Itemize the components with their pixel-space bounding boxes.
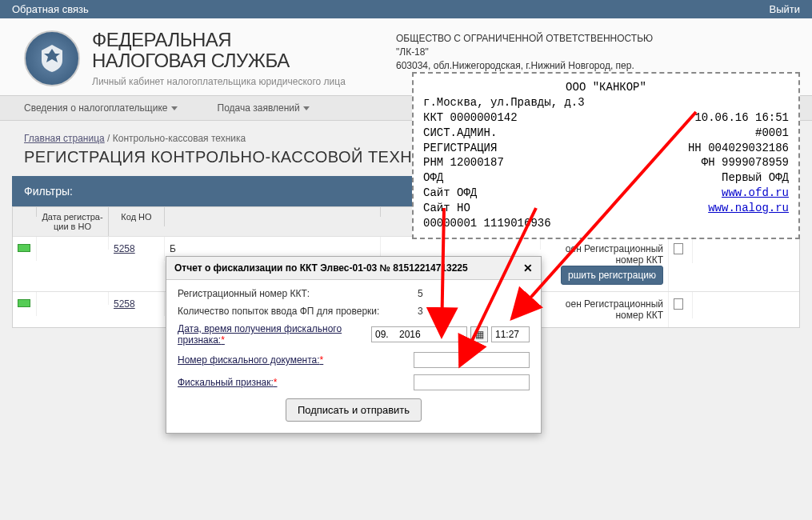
header-subtitle: Личный кабинет налогоплательщика юридиче… (92, 76, 346, 87)
logout-link[interactable]: Выйти (770, 3, 801, 15)
col-code: Код НО (109, 207, 165, 226)
fp-label: Фискальный признак:* (178, 377, 414, 388)
fiscal-time-input[interactable] (491, 326, 530, 342)
modal-title: Отчет о фискализации по ККТ Элвес-01-03 … (174, 262, 468, 274)
date-label: Дата, время получения фискального призна… (178, 323, 371, 346)
calendar-icon[interactable]: ▦ (470, 326, 488, 342)
sign-and-send-button[interactable]: Подписать и отправить (286, 398, 422, 422)
nalog-site-link[interactable]: www.nalog.ru (708, 201, 789, 216)
attempts-label: Количество попыток ввода ФП для проверки… (178, 306, 418, 317)
receipt-company: ООО "КАНКОР" (423, 80, 789, 95)
receipt-address: г.Москва, ул.Правды, д.3 (423, 95, 789, 110)
nav-submit[interactable]: Подача заявлений (218, 102, 310, 114)
breadcrumb-home[interactable]: Главная страница (24, 133, 105, 144)
fns-logo (24, 30, 80, 86)
ofd-site-link[interactable]: www.ofd.ru (722, 186, 789, 201)
feedback-link[interactable]: Обратная связь (12, 3, 89, 15)
status-mark (18, 299, 30, 307)
status-mark (18, 244, 30, 252)
code-link[interactable]: 5258 (114, 298, 135, 310)
header-title-1: ФЕДЕРАЛЬНАЯ (92, 30, 346, 50)
fiscalization-modal: Отчет о фискализации по ККТ Элвес-01-03 … (166, 256, 542, 434)
fiscal-doc-input[interactable] (414, 352, 530, 368)
breadcrumb-current: Контрольно-кассовая техника (113, 133, 246, 144)
close-icon[interactable]: ✕ (523, 262, 533, 274)
receipt-footer: 00000001 1119016936 (423, 216, 789, 231)
fiscal-sign-input[interactable] (414, 374, 530, 390)
finish-registration-button[interactable]: ршить регистрацию (561, 266, 663, 285)
fiscal-date-input[interactable] (371, 326, 467, 342)
attempts-value: 3 (418, 306, 530, 317)
header-title-2: НАЛОГОВАЯ СЛУЖБА (92, 50, 346, 72)
doc-num-label: Номер фискального документа:* (178, 354, 414, 366)
receipt-overlay: ООО "КАНКОР" г.Москва, ул.Правды, д.3 КК… (412, 72, 800, 239)
code-link[interactable]: 5258 (114, 243, 135, 254)
chevron-down-icon (171, 106, 178, 110)
reg-num-value: 5 (418, 288, 530, 299)
reg-num-label: Регистрационный номер ККТ: (178, 288, 418, 299)
col-date: Дата регистра-ции в НО (37, 207, 109, 236)
document-icon[interactable] (674, 243, 683, 254)
org-info: ОБЩЕСТВО С ОГРАНИЧЕННОЙ ОТВЕТСТВЕННОСТЬЮ… (396, 32, 653, 72)
nav-taxpayer-info[interactable]: Сведения о налогоплательщике (24, 102, 178, 114)
chevron-down-icon (303, 106, 310, 110)
document-icon[interactable] (674, 298, 683, 310)
